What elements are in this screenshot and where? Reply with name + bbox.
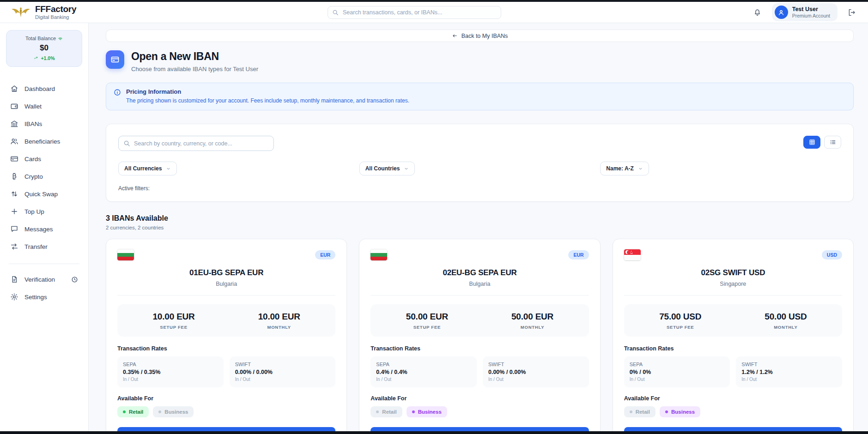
sort-dropdown[interactable]: Name: A-Z <box>600 162 649 175</box>
rate-direction: In / Out <box>488 377 583 382</box>
sidebar-item-label: Wallet <box>24 103 42 110</box>
status-dot <box>412 410 415 413</box>
sidebar-item-messages[interactable]: Messages <box>6 220 82 238</box>
brand-logo[interactable]: FFFactory Digital Banking <box>11 5 76 20</box>
sidebar-item-wallet[interactable]: Wallet <box>6 97 82 115</box>
document-icon <box>10 275 18 283</box>
list-view-button[interactable] <box>824 136 841 149</box>
gear-icon <box>10 293 18 301</box>
page-subtitle: Choose from available IBAN types for Tes… <box>131 66 258 72</box>
singapore-flag <box>624 249 641 260</box>
sidebar-item-dashboard[interactable]: Dashboard <box>6 80 82 97</box>
iban-card: EUR 01EU-BG SEPA EUR Bulgaria 10.00 EURS… <box>106 239 347 434</box>
back-to-ibans-button[interactable]: Back to My IBANs <box>106 30 854 42</box>
sidebar-item-transfer[interactable]: Transfer <box>6 238 82 255</box>
sidebar-item-label: Verification <box>24 276 55 283</box>
list-icon <box>830 139 836 145</box>
bulgaria-flag <box>117 249 134 260</box>
monthly-fee-value: 50.00 EUR <box>480 312 585 322</box>
setup-fee-label: SETUP FEE <box>628 325 733 330</box>
iban-card-icon <box>106 50 124 69</box>
country-filter-dropdown[interactable]: All Countries <box>359 162 415 175</box>
rate-direction: In / Out <box>123 377 218 382</box>
rate-name: SEPA <box>123 362 218 367</box>
iban-name: 01EU-BG SEPA EUR <box>117 268 335 277</box>
back-label: Back to My IBANs <box>461 33 508 39</box>
sidebar-item-verification[interactable]: Verification <box>6 271 82 288</box>
user-plan: Premium Account <box>792 13 830 18</box>
rate-value: 0% / 0% <box>630 369 725 375</box>
retail-badge: Retail <box>117 406 149 417</box>
rate-value: 0.00% / 0.00% <box>488 369 583 375</box>
sidebar-item-label: IBANs <box>24 121 42 127</box>
brand-tagline: Digital Banking <box>35 14 76 20</box>
transfer-icon <box>10 242 18 251</box>
monthly-fee-value: 10.00 EUR <box>226 312 332 322</box>
rate-value: 0.35% / 0.35% <box>123 369 218 375</box>
sidebar-item-crypto[interactable]: Crypto <box>6 168 82 185</box>
rate-name: SWIFT <box>741 362 837 367</box>
global-search <box>328 6 501 19</box>
sidebar-item-label: Dashboard <box>24 85 55 92</box>
back-arrow-icon <box>452 33 458 39</box>
search-icon <box>332 9 339 16</box>
transaction-rates-title: Transaction Rates <box>624 345 842 352</box>
setup-fee-label: SETUP FEE <box>121 325 226 330</box>
pending-clock-icon <box>71 276 78 283</box>
currency-filter-dropdown[interactable]: All Currencies <box>118 162 177 175</box>
brand-name: FFFactory <box>35 5 76 14</box>
iban-cards-grid: EUR 01EU-BG SEPA EUR Bulgaria 10.00 EURS… <box>106 239 854 434</box>
monthly-fee-value: 50.00 USD <box>733 312 838 322</box>
sidebar-item-cards[interactable]: Cards <box>6 150 82 168</box>
users-icon <box>10 137 18 145</box>
global-search-input[interactable] <box>328 6 501 19</box>
rate-name: SEPA <box>630 362 725 367</box>
iban-card: EUR 02EU-BG SEPA EUR Bulgaria 50.00 EURS… <box>359 239 600 434</box>
status-dot <box>123 410 126 413</box>
iban-search-input[interactable] <box>118 136 274 151</box>
sidebar-item-label: Quick Swap <box>24 191 58 198</box>
transaction-rates-title: Transaction Rates <box>117 345 335 352</box>
iban-country: Bulgaria <box>370 281 589 295</box>
sidebar-item-ibans[interactable]: IBANs <box>6 115 82 133</box>
sidebar-item-quick-swap[interactable]: Quick Swap <box>6 185 82 203</box>
app-header: FFFactory Digital Banking Test User Prem… <box>0 2 868 23</box>
logout-button[interactable] <box>847 7 857 18</box>
rate-direction: In / Out <box>376 377 471 382</box>
monthly-fee-label: MONTHLY <box>733 325 838 330</box>
chevron-down-icon <box>638 166 643 171</box>
status-dot <box>630 410 632 413</box>
monthly-fee-label: MONTHLY <box>480 325 585 330</box>
business-badge: Business <box>660 406 700 417</box>
transaction-rates-title: Transaction Rates <box>370 345 589 352</box>
rate-name: SEPA <box>376 362 471 367</box>
user-menu[interactable]: Test User Premium Account <box>772 3 838 21</box>
monthly-fee-label: MONTHLY <box>226 325 332 330</box>
search-icon <box>123 140 130 147</box>
user-name: Test User <box>792 6 830 13</box>
iban-search <box>118 136 274 151</box>
sepa-rate-box: SEPA 0.35% / 0.35% In / Out <box>117 356 224 387</box>
sepa-rate-box: SEPA 0% / 0% In / Out <box>624 356 730 387</box>
sidebar-item-beneficiaries[interactable]: Beneficiaries <box>6 133 82 150</box>
swift-rate-box: SWIFT 1.2% / 1.2% In / Out <box>736 356 842 387</box>
sidebar-item-label: Top Up <box>24 208 44 215</box>
page-title: Open a New IBAN <box>131 50 258 63</box>
credit-card-icon <box>10 155 18 163</box>
chevron-down-icon <box>404 166 409 171</box>
swap-vertical-icon <box>10 190 18 198</box>
active-filters-label: Active filters: <box>118 185 841 192</box>
available-for-title: Available For <box>370 395 589 402</box>
trend-up-icon <box>33 56 39 60</box>
sidebar-item-label: Cards <box>24 156 41 163</box>
swift-rate-box: SWIFT 0.00% / 0.00% In / Out <box>230 356 336 387</box>
page-header: Open a New IBAN Choose from available IB… <box>106 50 854 72</box>
available-for-title: Available For <box>117 395 335 402</box>
sidebar-item-top-up[interactable]: Top Up <box>6 203 82 220</box>
sidebar-item-settings[interactable]: Settings <box>6 288 82 306</box>
grid-view-button[interactable] <box>803 136 820 149</box>
results-summary: 2 currencies, 2 countries <box>106 225 854 230</box>
iban-name: 02EU-BG SEPA EUR <box>370 268 589 277</box>
notifications-button[interactable] <box>752 7 763 18</box>
rate-value: 0.00% / 0.00% <box>235 369 330 375</box>
